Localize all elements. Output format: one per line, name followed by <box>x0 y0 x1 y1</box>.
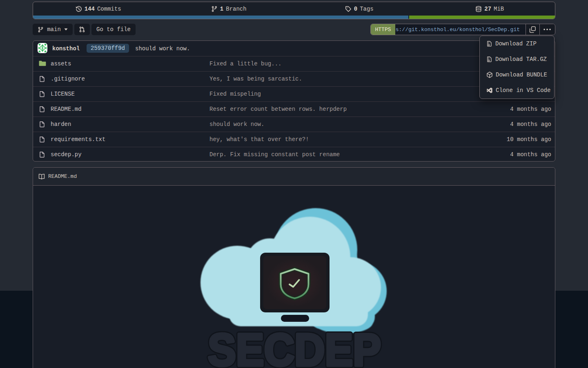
svg-text:SECDEP: SECDEP <box>208 324 381 368</box>
